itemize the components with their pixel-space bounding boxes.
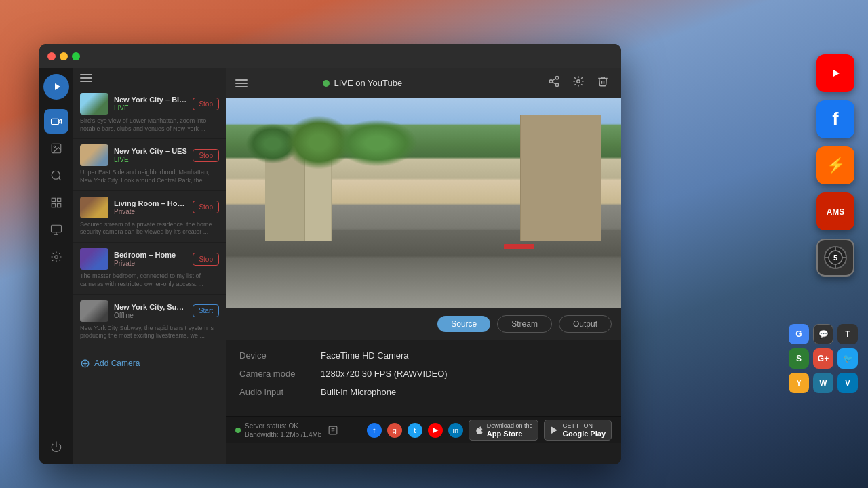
social-googleplus-icon[interactable]: g xyxy=(387,423,402,438)
device-value: FaceTime HD Camera xyxy=(321,350,409,361)
camera-info-living: Living Room – Home Private xyxy=(114,199,187,216)
dock-facebook-icon[interactable]: f xyxy=(816,100,854,138)
camera-item-bedroom[interactable]: Bedroom – Home Private Stop The master b… xyxy=(73,243,226,294)
google-play-label: GET IT ON xyxy=(562,422,606,430)
live-indicator: LIVE on YouTube xyxy=(323,78,402,88)
camera-name-nyc1: New York City – Birds Eye xyxy=(114,96,187,104)
camera-list: New York City – Birds Eye LIVE Stop Bird… xyxy=(73,68,226,464)
social-linkedin-icon[interactable]: in xyxy=(448,423,463,438)
live-dot xyxy=(323,80,330,87)
dock-s5-icon[interactable]: 5 xyxy=(816,239,854,277)
device-label: Device xyxy=(239,350,321,361)
sidebar-item-cameras[interactable] xyxy=(44,109,68,134)
share-icon[interactable] xyxy=(545,73,563,94)
camera-item-nyc-ues[interactable]: New York City – UES LIVE Stop Upper East… xyxy=(73,139,226,190)
top-bar: LIVE on YouTube xyxy=(226,68,621,98)
mini-icon-vimeo[interactable]: V xyxy=(837,373,858,393)
app-window: New York City – Birds Eye LIVE Stop Bird… xyxy=(39,44,621,464)
svg-rect-20 xyxy=(58,204,61,207)
camera-name-nyc2: New York City – UES xyxy=(114,147,187,155)
close-button[interactable] xyxy=(47,52,56,60)
sidebar-item-power[interactable] xyxy=(44,434,68,459)
app-store-badge[interactable]: Download on the App Store xyxy=(469,420,539,441)
status-line2: Bandwidth: 1.2Mb /1.4Mb xyxy=(245,430,321,439)
stop-button-living[interactable]: Stop xyxy=(193,201,219,214)
camera-thumb-living xyxy=(80,197,108,218)
app-store-title: App Store xyxy=(487,430,533,438)
camera-status-living: Private xyxy=(114,208,187,216)
dock-right: f ⚡ AMS 5 xyxy=(816,54,854,277)
camera-status-subway: Offline xyxy=(114,312,187,319)
delete-icon[interactable] xyxy=(594,73,612,94)
minimize-button[interactable] xyxy=(60,52,68,60)
window-controls xyxy=(47,52,80,60)
audio-input-value: Built-in Microphone xyxy=(321,387,396,397)
topbar-menu-icon[interactable] xyxy=(235,79,248,87)
svg-rect-19 xyxy=(52,204,55,207)
mini-icon-wp[interactable]: W xyxy=(813,373,833,393)
add-camera-button[interactable]: ⊕ Add Camera xyxy=(73,349,226,378)
camera-thumb-subway xyxy=(80,300,108,322)
mini-icon-twitter[interactable]: 🐦 xyxy=(837,348,858,369)
camera-mode-label: Camera mode xyxy=(239,369,321,379)
mini-icon-t[interactable]: T xyxy=(837,324,858,344)
social-twitter-icon[interactable]: t xyxy=(408,423,422,438)
svg-point-26 xyxy=(555,83,559,87)
camera-status-nyc1: LIVE xyxy=(114,104,187,112)
stop-button-nyc2[interactable]: Stop xyxy=(193,149,219,162)
svg-rect-18 xyxy=(58,198,61,201)
mini-icon-chat[interactable]: 💬 xyxy=(813,324,833,344)
tab-output[interactable]: Output xyxy=(559,315,612,333)
camera-thumb-nyc1 xyxy=(80,93,108,115)
red-awning xyxy=(504,244,534,249)
bandwidth-icon xyxy=(328,426,338,435)
info-row-device: Device FaceTime HD Camera xyxy=(239,350,608,361)
start-button-subway[interactable]: Start xyxy=(193,304,219,317)
camera-item-living-room[interactable]: Living Room – Home Private Stop Secured … xyxy=(73,191,226,243)
tab-source[interactable]: Source xyxy=(437,316,490,332)
dock-ams-icon[interactable]: AMS xyxy=(816,192,854,230)
mini-icon-s[interactable]: S xyxy=(789,348,809,369)
server-status: Server status: OK Bandwidth: 1.2Mb /1.4M… xyxy=(235,422,361,439)
mini-icon-gplus[interactable]: G+ xyxy=(813,348,833,369)
social-facebook-icon[interactable]: f xyxy=(367,423,382,438)
video-preview xyxy=(226,98,621,308)
mini-icon-y[interactable]: Y xyxy=(789,373,809,393)
camera-info-nyc2: New York City – UES LIVE xyxy=(114,147,187,163)
stop-button-bedroom[interactable]: Stop xyxy=(193,253,219,266)
google-play-title: Google Play xyxy=(562,430,606,438)
stop-button-nyc1[interactable]: Stop xyxy=(193,98,219,110)
sidebar xyxy=(39,68,73,464)
tab-stream[interactable]: Stream xyxy=(497,315,552,333)
social-youtube-icon[interactable]: ▶ xyxy=(428,423,443,438)
controls-bar: Source Stream Output xyxy=(226,308,621,340)
server-status-text: Server status: OK Bandwidth: 1.2Mb /1.4M… xyxy=(245,422,321,439)
topbar-actions xyxy=(545,73,612,94)
sidebar-item-media[interactable] xyxy=(44,136,68,161)
app-content: New York City – Birds Eye LIVE Stop Bird… xyxy=(39,68,621,464)
camera-item-subway[interactable]: New York City, Subway Offline Start New … xyxy=(73,295,226,346)
camera-thumb-bedroom xyxy=(80,248,108,270)
maximize-button[interactable] xyxy=(72,52,80,60)
sidebar-item-grid[interactable] xyxy=(44,190,68,215)
camera-thumb-nyc2 xyxy=(80,144,108,166)
camera-item-nyc-birds-eye[interactable]: New York City – Birds Eye LIVE Stop Bird… xyxy=(73,87,226,139)
svg-point-25 xyxy=(549,80,553,83)
svg-text:5: 5 xyxy=(833,253,837,262)
camera-status-nyc2: LIVE xyxy=(114,156,187,163)
main-content: LIVE on YouTube xyxy=(226,68,621,464)
sidebar-logo[interactable] xyxy=(43,74,69,100)
settings-icon[interactable] xyxy=(570,73,587,94)
camera-info-bedroom: Bedroom – Home Private xyxy=(114,251,187,267)
info-row-audio: Audio input Built-in Microphone xyxy=(239,387,608,397)
google-play-icon xyxy=(550,426,559,435)
google-play-badge[interactable]: GET IT ON Google Play xyxy=(544,420,612,441)
menu-icon[interactable] xyxy=(80,74,92,82)
dock-youtube-icon[interactable] xyxy=(816,54,854,92)
svg-rect-21 xyxy=(52,225,62,232)
sidebar-item-monitor[interactable] xyxy=(44,218,68,242)
sidebar-item-settings[interactable] xyxy=(44,245,68,269)
mini-icon-g[interactable]: G xyxy=(789,324,809,344)
dock-thunder-icon[interactable]: ⚡ xyxy=(816,146,854,184)
sidebar-item-search[interactable] xyxy=(44,163,68,188)
